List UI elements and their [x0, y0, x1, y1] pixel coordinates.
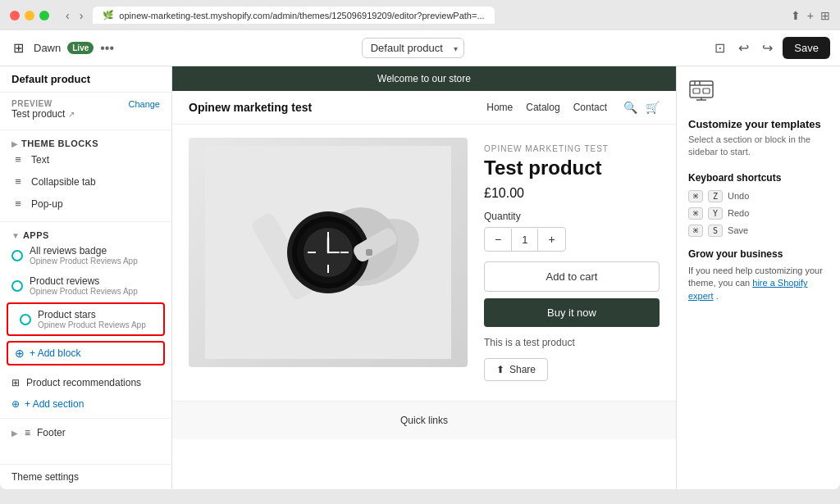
divider-2: [0, 221, 171, 222]
product-reviews-info: Product reviews Opinew Product Reviews A…: [30, 275, 138, 296]
kbd-y: Y: [708, 207, 723, 220]
sidebar-item-text[interactable]: ≡ Text: [0, 148, 171, 170]
traffic-light-yellow: [25, 11, 34, 20]
preview-select[interactable]: Default product: [362, 38, 464, 58]
quick-links-label: Quick links: [400, 415, 448, 426]
theme-blocks-header: ▶ THEME BLOCKS: [0, 134, 171, 148]
grow-suffix: .: [716, 291, 719, 301]
store-banner: Welcome to our store: [172, 66, 676, 91]
traffic-light-red: [10, 11, 20, 20]
sidebar-toggle[interactable]: ⊞: [10, 37, 27, 59]
right-panel-desc: Select a section or block in the sidebar…: [688, 134, 829, 159]
right-panel-title: Customize your templates: [688, 118, 829, 130]
sidebar-item-popup[interactable]: ≡ Pop-up: [0, 193, 171, 215]
share-label: Share: [509, 364, 536, 375]
product-image-svg: [205, 146, 451, 359]
product-recommendations-label: Product recommendations: [26, 377, 141, 388]
apps-expand-icon: ▼: [11, 231, 20, 240]
sidebar-item-all-reviews-badge[interactable]: All reviews badge Opinew Product Reviews…: [0, 240, 171, 270]
apps-label: APPS: [23, 230, 49, 240]
quantity-decrease[interactable]: −: [485, 228, 511, 251]
undo-button[interactable]: ↩: [735, 37, 752, 59]
divider-3: [0, 418, 171, 419]
nav-home[interactable]: Home: [486, 102, 513, 113]
toolbar-center: Default product: [121, 38, 705, 58]
store-nav: Opinew marketing test Home Catalog Conta…: [172, 91, 676, 125]
search-icon[interactable]: 🔍: [623, 101, 637, 114]
kbd-cmd-3: ⌘: [688, 225, 703, 237]
preview-area: Welcome to our store Opinew marketing te…: [172, 66, 676, 489]
nav-catalog[interactable]: Catalog: [526, 102, 559, 113]
svg-rect-21: [703, 89, 710, 93]
product-image-area: [189, 138, 468, 388]
external-link-icon: ↗: [68, 110, 75, 119]
share-button[interactable]: ⬆ Share: [484, 358, 548, 381]
preview-label: PREVIEW: [11, 99, 75, 108]
product-desc: This is a test product: [484, 337, 660, 348]
add-block-button[interactable]: ⊕ + Add block: [8, 343, 163, 364]
sidebar-header: Default product: [0, 66, 171, 93]
apps-group: All reviews badge Opinew Product Reviews…: [0, 240, 171, 369]
add-section-label: + Add section: [25, 398, 84, 410]
more-menu-button[interactable]: •••: [100, 41, 114, 56]
buy-now-button[interactable]: Buy it now: [484, 298, 660, 327]
share-icon: ⬆: [496, 364, 504, 375]
quantity-label: Quantity: [484, 211, 660, 222]
kbd-cmd-1: ⌘: [688, 190, 703, 202]
nav-links: Home Catalog Contact: [486, 102, 607, 113]
change-preview-link[interactable]: Change: [128, 99, 160, 109]
product-reviews-label: Product reviews: [30, 275, 138, 287]
browser-grid[interactable]: ⊞: [820, 9, 830, 22]
main-area: Default product PREVIEW Test product ↗ C…: [0, 66, 840, 489]
save-button[interactable]: Save: [783, 37, 830, 59]
popup-label: Pop-up: [31, 198, 63, 210]
product-reviews-icon: [11, 280, 23, 292]
product-price: £10.00: [484, 186, 660, 201]
shortcut-redo-label: Redo: [728, 208, 749, 218]
theme-blocks-label: THEME BLOCKS: [21, 138, 98, 148]
theme-settings-item[interactable]: Theme settings: [0, 464, 171, 489]
sidebar-item-product-stars[interactable]: Product stars Opinew Product Reviews App: [8, 304, 163, 334]
product-title: Test product: [484, 157, 660, 179]
add-to-cart-button[interactable]: Add to cart: [484, 261, 660, 292]
browser-new-tab[interactable]: +: [807, 9, 814, 22]
browser-tab[interactable]: 🌿 opinew-marketing-test.myshopify.com/ad…: [93, 7, 494, 24]
add-block-container: ⊕ + Add block ←: [7, 341, 165, 366]
all-reviews-badge-info: All reviews badge Opinew Product Reviews…: [30, 245, 138, 266]
grow-title: Grow your business: [688, 248, 829, 260]
live-badge: Live: [67, 42, 94, 54]
sidebar-item-collapsible-tab[interactable]: ≡ Collapsible tab: [0, 170, 171, 193]
nav-contact[interactable]: Contact: [573, 102, 607, 113]
add-block-icon: ⊕: [15, 347, 25, 360]
shortcut-undo: ⌘ Z Undo: [688, 190, 829, 202]
quick-links-section: Quick links: [172, 401, 676, 439]
toolbar-right: ⊡ ↩ ↪ Save: [711, 37, 830, 59]
cart-icon[interactable]: 🛒: [646, 101, 660, 114]
add-block-label: + Add block: [30, 347, 80, 359]
nav-icons: 🔍 🛒: [623, 101, 660, 114]
quantity-increase[interactable]: +: [538, 228, 564, 251]
product-reviews-sub: Opinew Product Reviews App: [30, 287, 138, 296]
footer-section-item[interactable]: ▶ ≡ Footer: [0, 422, 171, 443]
kbd-s: S: [708, 225, 723, 237]
preview-product: Test product ↗: [11, 108, 75, 120]
browser-forward[interactable]: ›: [76, 7, 87, 24]
redo-button[interactable]: ↪: [759, 37, 776, 59]
grow-section: Grow your business If you need help cust…: [688, 248, 829, 302]
product-section: OPINEW MARKETING TEST Test product £10.0…: [172, 125, 676, 401]
divider-1: [0, 129, 171, 130]
product-recommendations-item[interactable]: ⊞ Product recommendations: [0, 372, 171, 393]
theme-preview-button[interactable]: ⊡: [711, 37, 728, 59]
theme-blocks-group: ≡ Text ≡ Collapsible tab ≡ Pop-up: [0, 148, 171, 215]
banner-text: Welcome to our store: [377, 73, 471, 84]
product-info: OPINEW MARKETING TEST Test product £10.0…: [484, 138, 660, 388]
sidebar-item-product-reviews[interactable]: Product reviews Opinew Product Reviews A…: [0, 270, 171, 301]
add-section-button[interactable]: ⊕ + Add section: [0, 393, 171, 415]
browser-share[interactable]: ⬆: [791, 9, 801, 22]
shortcut-save: ⌘ S Save: [688, 225, 829, 237]
store-logo: Opinew marketing test: [189, 101, 470, 114]
browser-back[interactable]: ‹: [62, 7, 73, 24]
kbd-z: Z: [708, 190, 723, 202]
apps-header: ▼ APPS: [0, 225, 171, 240]
shortcut-redo: ⌘ Y Redo: [688, 207, 829, 220]
